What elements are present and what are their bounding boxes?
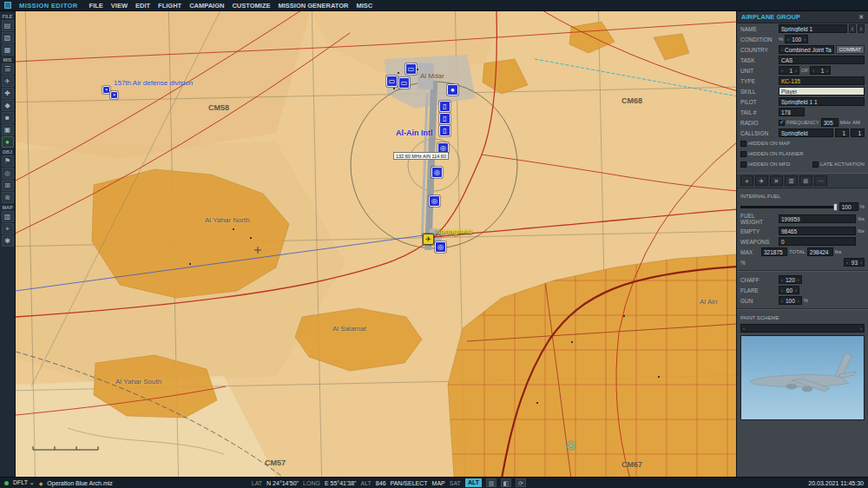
map-view-button[interactable]: MAP [432,480,445,486]
layers-toggle-button[interactable]: ◧ [501,478,511,487]
menu-item[interactable]: VIEW [111,2,128,10]
alt-mode-button[interactable]: ALT [465,478,482,487]
fuel-weight-input[interactable] [779,214,856,223]
menu-item[interactable]: FILE [89,2,103,10]
max-weight-input[interactable] [761,247,787,256]
mission-editor-window: MISSION EDITOR FILEVIEWEDITFLIGHTCAMPAIG… [0,0,868,488]
type-dropdown[interactable]: KC-135 [779,76,865,85]
long-value: E 55°41'38" [325,480,357,486]
add-helicopter-icon[interactable]: ✚ [2,88,14,99]
status-indicator-icon [4,481,9,485]
flare-spinner[interactable]: ‹60› [779,286,799,294]
weapons-weight-input[interactable] [779,237,856,246]
lat-value: N 24°14'50" [266,480,299,486]
late-activation-checkbox[interactable] [812,162,819,168]
callsign-num2-spinner[interactable]: 1 [851,129,865,137]
combat-button[interactable]: COMBAT [836,45,865,54]
chaff-label: CHAFF [740,277,777,283]
group-name-input[interactable] [779,24,847,33]
frequency-input[interactable] [821,118,838,127]
map-canvas[interactable]: CM58CM68CM57CM67 Al Yahar NorthAl Yahar … [16,11,736,477]
country-dropdown[interactable]: ‹Combined Joint Task Forces - [779,45,834,54]
aircraft-route-button[interactable]: ✈ [755,175,768,186]
prev-group-button[interactable]: ‹ [849,24,856,33]
save-mission-icon[interactable]: ▦ [2,44,14,56]
new-mission-icon[interactable]: ▤ [2,20,14,31]
more-tools-button[interactable]: ⋯ [814,175,827,186]
slider-knob[interactable] [833,203,838,211]
paint-scheme-dropdown[interactable]: ‹› [740,324,865,333]
close-icon[interactable]: ✕ [858,14,864,21]
weather-icon[interactable]: ≋ [2,192,14,203]
callsign-num1-spinner[interactable]: 1 [835,129,849,137]
menu-item[interactable]: MISSION GENERATOR [278,2,348,10]
hidden-on-map-label: HIDDEN ON MAP [748,141,790,146]
layers-icon[interactable]: ▥ [2,211,14,222]
zones-icon[interactable]: ◎ [2,168,14,179]
condition-spinner[interactable]: ‹100› [785,35,808,43]
divider [737,308,868,310]
internal-fuel-slider[interactable] [740,206,838,208]
lbs-label: lbs [858,216,865,221]
menu-item[interactable]: CAMPAIGN [189,2,224,10]
sat-view-button[interactable]: SAT [450,480,461,486]
profile-selector[interactable]: DFLT ⌄ [13,479,35,486]
goals-icon[interactable]: ● [2,136,14,148]
next-group-button[interactable]: › [858,24,865,33]
skill-dropdown[interactable]: Player [779,87,865,96]
triggers-icon[interactable]: ⚑ [2,155,14,167]
tail-label: TAIL # [740,109,777,115]
templates-icon[interactable]: ⊞ [2,180,14,191]
max-weight-label: MAX [740,249,760,255]
chaff-spinner[interactable]: ‹120› [779,275,802,284]
alt-value: 846 [376,480,386,486]
divider [737,270,868,272]
task-dropdown[interactable]: CAS [779,56,865,64]
waypoint-list-button[interactable]: ☰ [785,175,798,186]
mhz-label: MHz [840,120,851,125]
menu-item[interactable]: FLIGHT [158,2,181,10]
lat-label: LAT [252,480,262,486]
menu-item[interactable]: EDIT [135,2,150,10]
delete-waypoint-button[interactable]: ✕ [770,175,783,186]
menu-items: FILEVIEWEDITFLIGHTCAMPAIGNCUSTOMIZEMISSI… [89,2,373,10]
empty-weight-input[interactable] [779,227,856,235]
gun-spinner[interactable]: ‹100› [779,296,802,305]
briefing-icon[interactable]: ☰ [2,63,14,75]
pan-select-mode[interactable]: PAN/SELECT [391,480,428,486]
object-tools: ⚑◎⊞≋ [2,155,14,203]
add-static-icon[interactable]: ▣ [2,124,14,135]
hidden-on-mfd-checkbox[interactable] [740,162,746,168]
menu-item[interactable]: MISC [356,2,372,10]
refresh-button[interactable]: ⟳ [516,478,526,487]
add-ship-icon[interactable]: ◆ [2,100,14,111]
internal-fuel-input[interactable] [839,202,858,211]
add-waypoint-button[interactable]: ⊞ [799,175,812,186]
ruler-icon[interactable]: ⌖ [2,223,14,234]
airplane-group-panel: AIRPLANE GROUP ✕ NAME ‹ › CONDITION % ‹1… [736,11,868,477]
waypoint-toolbar: ⌖✈✕☰⊞⋯ [737,173,868,188]
aircraft-silhouette [750,353,856,392]
mission-filename: Operation Blue Arch.miz [47,480,112,486]
pilot-label: PILOT [740,99,777,105]
unit-total-spinner[interactable]: ‹1› [810,66,831,75]
unit-count-spinner[interactable]: ‹1› [779,66,799,75]
add-airplane-icon[interactable]: ✈ [2,76,14,87]
weapons-weight-label: WEAPONS [740,239,777,245]
hidden-on-map-checkbox[interactable] [740,141,746,147]
weight-pct-spinner[interactable]: ‹93› [844,258,865,267]
gun-label: GUN [740,298,777,304]
add-vehicle-icon[interactable]: ■ [2,112,14,123]
open-mission-icon[interactable]: ▧ [2,32,14,43]
map-options-icon[interactable]: ✱ [2,235,14,247]
total-weight-input[interactable] [807,247,833,256]
menu-item[interactable]: CUSTOMIZE [232,2,270,10]
callsign-dropdown[interactable]: Springfield [779,129,833,137]
pilot-input[interactable] [779,97,865,106]
grid-toggle-button[interactable]: ▥ [486,478,496,487]
hidden-on-planner-checkbox[interactable] [740,151,746,157]
select-tool-button[interactable]: ⌖ [740,175,753,186]
app-icon [4,2,11,9]
radio-checkbox[interactable] [779,120,785,126]
tail-number-input[interactable] [779,108,805,116]
